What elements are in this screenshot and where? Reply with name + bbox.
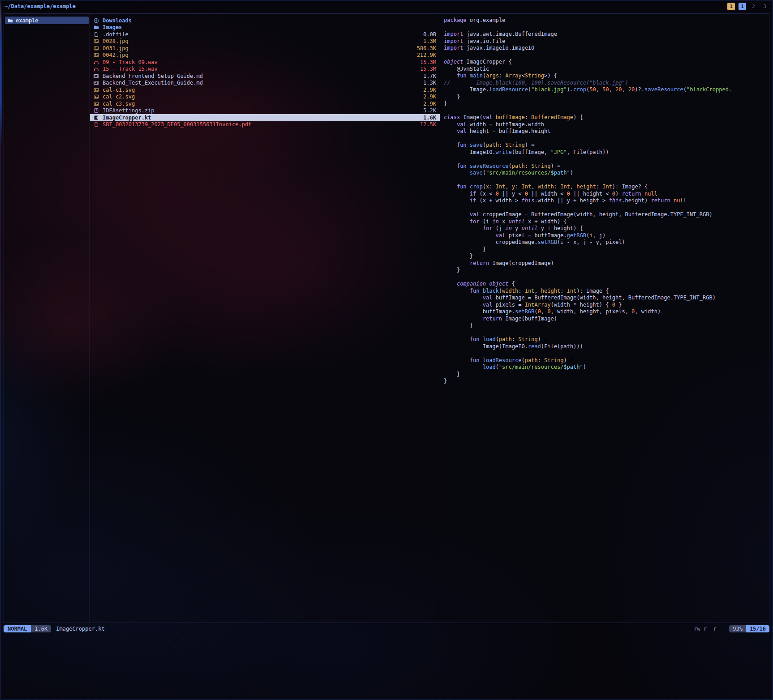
code-line: for (i in x until x + width) { bbox=[444, 218, 765, 226]
code-line: // Image.black(100, 100).saveResource("b… bbox=[444, 80, 765, 87]
code-line: @JvmStatic bbox=[444, 66, 765, 73]
code-line: val pixels = IntArray(width * height) { … bbox=[444, 302, 765, 309]
parent-dir-list: example bbox=[4, 17, 90, 24]
file-name: 0028.jpg bbox=[103, 38, 129, 44]
file-row[interactable]: Backend_Test_Execution_Guide.md1.3K bbox=[90, 80, 440, 87]
code-line: ImageIO.write(buffImage, "JPG", File(pat… bbox=[444, 149, 765, 156]
parent-dir-name: example bbox=[16, 17, 39, 24]
code-line: val croppedImage = BufferedImage(width, … bbox=[444, 211, 765, 218]
parent-dir-item[interactable]: example bbox=[5, 17, 89, 24]
code-line: val pixel = buffImage.getRGB(i, j) bbox=[444, 232, 765, 239]
cursor-position-badge: 15/16 bbox=[746, 625, 769, 632]
file-size: 1.3M bbox=[419, 38, 436, 44]
code-line bbox=[444, 135, 765, 142]
file-size: 15.3M bbox=[416, 66, 436, 72]
file-name: Backend_Frontend_Setup_Guide.md bbox=[103, 73, 203, 79]
file-name: cal-c2.svg bbox=[103, 94, 135, 100]
file-name: cal-c3.svg bbox=[103, 101, 135, 107]
code-line: import java.awt.image.BufferedImage bbox=[444, 31, 765, 38]
code-line bbox=[444, 24, 765, 31]
file-size: 15.3M bbox=[416, 59, 436, 65]
file-size: 0.0B bbox=[419, 31, 436, 38]
code-line: val height = buffImage.height bbox=[444, 128, 765, 135]
code-line: save("src/main/resources/$path") bbox=[444, 170, 765, 177]
file-name: .dotfile bbox=[103, 31, 129, 38]
file-row[interactable]: Downloads bbox=[90, 17, 440, 24]
file-size: 2.9K bbox=[419, 94, 436, 100]
code-line: } bbox=[444, 94, 765, 101]
status-filename: ImageCropper.kt bbox=[56, 626, 104, 632]
tab-1[interactable]: 1 bbox=[727, 3, 735, 10]
code-line: fun load(path: String) = bbox=[444, 336, 765, 343]
file-name: cal-c1.svg bbox=[103, 87, 135, 93]
tab-list: 1123 bbox=[727, 3, 769, 10]
folder-image-icon bbox=[94, 25, 100, 30]
file-size: 1.3K bbox=[419, 80, 436, 86]
file-row[interactable]: SBI_0032013739_2023_DE05_0003155631Invoi… bbox=[90, 121, 440, 128]
file-row[interactable]: 0042.jpg212.9K bbox=[90, 52, 440, 59]
code-line: } bbox=[444, 100, 765, 107]
status-left-group: NORMAL 1.6K ImageCropper.kt bbox=[4, 625, 105, 632]
image-icon bbox=[94, 101, 100, 107]
file-name: Images bbox=[103, 24, 122, 30]
file-name: 15 - Track 15.wav bbox=[103, 66, 158, 72]
file-name: 09 - Track 09.wav bbox=[103, 59, 158, 65]
file-row[interactable]: Images bbox=[90, 24, 440, 31]
file-row[interactable]: 09 - Track 09.wav15.3M bbox=[90, 59, 440, 66]
code-line: fun main(args: Array<String>) { bbox=[444, 73, 765, 80]
code-line bbox=[444, 52, 765, 59]
code-line: for (j in y until y + height) { bbox=[444, 225, 765, 232]
folder-download-icon bbox=[94, 18, 100, 23]
file-row[interactable]: cal-c1.svg2.9K bbox=[90, 86, 440, 94]
preview-panel[interactable]: package org.example import java.awt.imag… bbox=[440, 13, 769, 623]
file-row[interactable]: ImageCropper.kt1.6K bbox=[90, 114, 440, 121]
code-line: fun loadResource(path: String) = bbox=[444, 357, 765, 364]
archive-icon bbox=[94, 108, 100, 113]
code-line: } bbox=[444, 371, 765, 378]
code-line: load("src/main/resources/$path") bbox=[444, 364, 765, 371]
code-line: croppedImage.setRGB(i - x, j - y, pixel) bbox=[444, 239, 765, 246]
file-row[interactable]: IDEAsettings.zip5.2K bbox=[90, 107, 440, 115]
file-name: 0042.jpg bbox=[103, 52, 129, 58]
breadcrumb-path: ~/Data/example/example bbox=[4, 3, 76, 9]
image-icon bbox=[94, 87, 100, 93]
file-name: 0031.jpg bbox=[103, 45, 129, 51]
file-size: 2.9K bbox=[419, 87, 436, 93]
file-row[interactable]: cal-c3.svg2.9K bbox=[90, 100, 440, 107]
code-line bbox=[444, 350, 765, 357]
mode-indicator: NORMAL bbox=[4, 625, 31, 632]
file-size: 586.3K bbox=[412, 45, 436, 51]
file-row[interactable]: Backend_Frontend_Setup_Guide.md1.7K bbox=[90, 73, 440, 80]
parent-dir-panel: example bbox=[4, 13, 90, 623]
file-size: 212.9K bbox=[412, 52, 436, 58]
code-line: fun crop(x: Int, y: Int, width: Int, hei… bbox=[444, 184, 765, 191]
code-line: val buffImage = BufferedImage(width, hei… bbox=[444, 295, 765, 302]
code-line: Image.loadResource("black.jpg").crop(50,… bbox=[444, 86, 765, 94]
code-line: Image(ImageIO.read(File(path))) bbox=[444, 343, 765, 350]
file-name: Backend_Test_Execution_Guide.md bbox=[103, 80, 203, 86]
code-line: } bbox=[444, 322, 765, 329]
kotlin-icon bbox=[94, 115, 100, 120]
code-line: val width = buffImage.width bbox=[444, 121, 765, 128]
file-row[interactable]: 0031.jpg586.3K bbox=[90, 45, 440, 52]
code-line: return Image(buffImage) bbox=[444, 316, 765, 323]
tab-2[interactable]: 2 bbox=[750, 3, 757, 10]
code-line bbox=[444, 177, 765, 184]
file-list: DownloadsImages.dotfile0.0B0028.jpg1.3M0… bbox=[90, 14, 440, 128]
file-row[interactable]: 0028.jpg1.3M bbox=[90, 38, 440, 45]
code-line: class Image(val buffImage: BufferedImage… bbox=[444, 114, 765, 121]
code-line bbox=[444, 205, 765, 212]
file-row[interactable]: 15 - Track 15.wav15.3M bbox=[90, 66, 440, 73]
code-line: fun save(path: String) = bbox=[444, 142, 765, 149]
tab-1[interactable]: 1 bbox=[739, 3, 746, 10]
file-name: SBI_0032013739_2023_DE05_0003155631Invoi… bbox=[103, 121, 251, 128]
file-row[interactable]: cal-c2.svg2.9K bbox=[90, 94, 440, 101]
status-bar: NORMAL 1.6K ImageCropper.kt -rw-r--r-- 9… bbox=[4, 624, 769, 633]
file-name: Downloads bbox=[103, 17, 132, 24]
image-icon bbox=[94, 52, 100, 58]
tab-3[interactable]: 3 bbox=[761, 3, 769, 10]
code-line: } bbox=[444, 246, 765, 253]
file-row[interactable]: .dotfile0.0B bbox=[90, 31, 440, 38]
code-line: import javax.imageio.ImageIO bbox=[444, 45, 765, 52]
code-line: fun saveResource(path: String) = bbox=[444, 163, 765, 170]
